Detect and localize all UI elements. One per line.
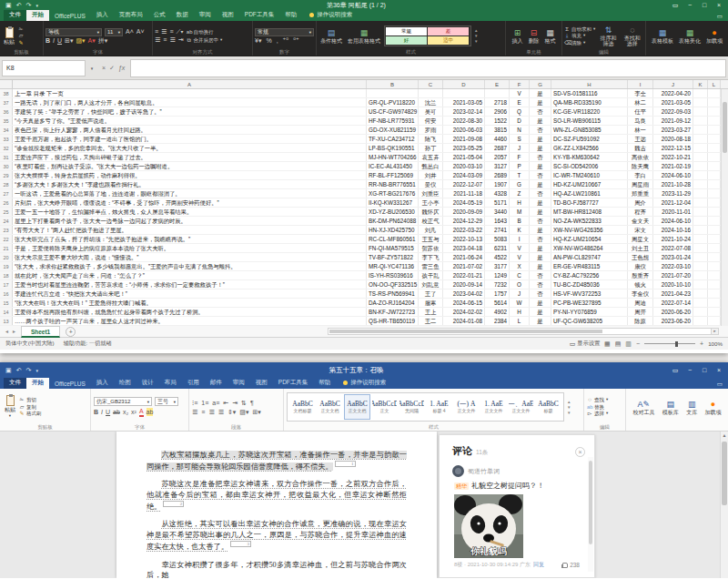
row-number[interactable]: 34 xyxy=(0,126,13,134)
ribbon-tab-数据[interactable]: 数据 xyxy=(171,10,194,21)
zoom-level[interactable]: 100% xyxy=(708,340,723,347)
cell[interactable] xyxy=(708,217,721,225)
row-number[interactable]: 29 xyxy=(0,171,13,179)
paste-button[interactable]: 粘贴▾ xyxy=(3,395,17,419)
cell[interactable]: 否 xyxy=(530,107,551,116)
cell[interactable]: 2024-06-15 xyxy=(443,299,485,307)
cell-style-chip[interactable]: 适中 xyxy=(428,36,469,45)
ribbon-tab-绘图[interactable]: 绘图 xyxy=(114,378,136,389)
table-row[interactable]: 18就在此时，张大夫闻声走了出来，问道：“怎么了？”IS-YH-RS039616… xyxy=(0,271,728,280)
ribbon-tab-插入[interactable]: 插入 xyxy=(91,378,114,389)
cell[interactable]: XW-NV-WG426356 xyxy=(551,226,628,234)
cell[interactable]: 是 xyxy=(530,162,551,170)
cell[interactable]: 宋文 xyxy=(628,226,653,234)
autosum-button[interactable]: Σ自动求和▾ xyxy=(564,26,595,33)
ribbon-tab-插入[interactable]: 插入 xyxy=(91,10,114,21)
view-normal-button[interactable]: ▦ xyxy=(604,340,611,348)
cell[interactable]: 3815 xyxy=(485,126,510,134)
font-size-select[interactable]: 三号▾ xyxy=(155,397,178,406)
column-header-E[interactable]: E xyxy=(485,80,510,88)
cell[interactable] xyxy=(708,226,721,234)
cell[interactable]: ON-OO-QF332515 xyxy=(367,280,419,289)
table-row[interactable]: 32“诊金就按老规矩来，多的您拿回去。”张大夫只收了一半。LP-BS-QK190… xyxy=(0,144,728,153)
cell[interactable]: 王爱连声应下，接过药包，又掏出碎银子递了过去。 xyxy=(13,153,367,161)
formula-input[interactable] xyxy=(130,59,726,77)
cell[interactable]: NO-ZA-WK522833 xyxy=(551,217,628,225)
column-header-D[interactable]: D xyxy=(443,80,485,88)
cell[interactable]: CY-BZ-AC792256 xyxy=(551,271,628,279)
cell[interactable]: 2022-12-15 xyxy=(653,144,693,152)
cell[interactable] xyxy=(693,280,708,289)
cell[interactable]: QS-HR-TB650119 xyxy=(367,317,419,325)
currency-icon[interactable]: ¥▾ xyxy=(255,37,261,45)
cell[interactable]: MJ-HN-WT704266 xyxy=(367,153,419,161)
undo-icon[interactable]: ↶ xyxy=(16,2,22,9)
cell[interactable]: 王爱一五一十地答了，生怕漏掉半点，烛火摇曳，众人屏息等着结果。 xyxy=(13,208,367,216)
table-row[interactable]: 28“多谢张大夫！多谢张大夫！”李建也跟着作揖行礼。RR-NB-BR776551… xyxy=(0,180,728,189)
phonetic-guide-icon[interactable]: 拼▾ xyxy=(98,37,108,45)
numbering-icon[interactable]: 1≡ xyxy=(201,399,208,407)
table-row[interactable]: 22张大夫听完点了点头，捋了捋胡须：“先把孩子抱进来，我瞧瞧再说。”RC-CL-… xyxy=(0,235,728,244)
sort-filter-button[interactable]: ⇅排序和筛选 xyxy=(597,25,619,46)
cell[interactable]: 1249 xyxy=(485,271,510,279)
cell[interactable]: 李建笑了笑：“举手之劳罢了，快些回吧，嫂子该等急了。” xyxy=(13,107,367,116)
comments-bubble-icon[interactable]: ▭ xyxy=(712,13,728,21)
highlight-icon[interactable]: ab xyxy=(147,408,154,416)
cell[interactable]: 否 xyxy=(530,290,551,298)
cell[interactable]: 是 xyxy=(530,117,551,125)
replace-button[interactable]: ab替换 xyxy=(587,404,622,411)
cell[interactable]: 王五与 xyxy=(419,235,443,243)
ribbon-tab-帮助[interactable]: 帮助 xyxy=(279,10,302,21)
cell[interactable]: H xyxy=(510,198,530,207)
cell[interactable]: 王二 xyxy=(419,317,443,325)
paste-button[interactable]: 粘贴 xyxy=(2,27,16,45)
cell[interactable]: “有劳大夫了！”两人赶忙把孩子抱进了里屋。 xyxy=(13,226,367,234)
cell[interactable]: J xyxy=(510,144,530,152)
comma-style-icon[interactable]: , xyxy=(277,37,278,45)
cell[interactable]: W xyxy=(510,299,530,307)
copy-button[interactable]: ▱ xyxy=(18,33,24,39)
cell[interactable]: KC-GE-VR118220 xyxy=(551,107,628,116)
ribbon-tab-PDF工具集[interactable]: PDF工具集 xyxy=(273,378,314,389)
style-chip-正文文档[interactable]: AaBbC正文文档 xyxy=(344,394,370,420)
style-chip-正文文件[interactable]: 1. AaE正文文件 xyxy=(480,394,507,420)
cell[interactable]: 2021-11-18 xyxy=(443,189,485,198)
cell[interactable]: 王爱当时也对着屋里连连鞠躬，苦苦哀求道：“小师傅，求求你们一定要救救孩子！” xyxy=(13,280,367,289)
cell[interactable]: 2021-03-05 xyxy=(653,98,693,107)
ribbon-tab-布局[interactable]: 布局 xyxy=(159,378,182,389)
cell[interactable] xyxy=(708,280,721,289)
grid-vertical-scrollbar[interactable] xyxy=(721,89,728,326)
cell[interactable]: 2023-11-29 xyxy=(653,189,693,198)
close-button[interactable]: × xyxy=(713,0,725,11)
addins-button[interactable]: ●加载项 xyxy=(704,28,724,44)
cell[interactable]: 2057 xyxy=(485,153,510,161)
cell[interactable]: 一听这话，王爱悬着的心总算落了地，连连道谢，眼眶都湿润了。 xyxy=(13,189,367,198)
table-row[interactable]: 36李建笑了笑：“举手之劳罢了，快些回吧，嫂子该等急了。”US-CF-GW974… xyxy=(0,107,728,117)
fill-color-icon[interactable]: ▨▾ xyxy=(76,37,85,45)
cell[interactable]: 顿火 xyxy=(628,280,653,289)
align-left-icon[interactable]: ☰ xyxy=(192,408,197,416)
like-count[interactable]: 238 xyxy=(562,562,580,568)
cell[interactable]: PC-PB-WE327895 xyxy=(551,299,628,307)
cell[interactable]: T xyxy=(510,171,530,179)
cell[interactable]: 2741 xyxy=(485,226,510,234)
cell[interactable] xyxy=(693,198,708,207)
cell[interactable]: 否 xyxy=(530,217,551,225)
cell[interactable]: 7232 xyxy=(485,280,510,289)
cell[interactable]: “多谢张大夫！多谢张大夫！”李建也跟着作揖行礼。 xyxy=(13,180,367,188)
cell[interactable] xyxy=(693,235,708,243)
align-right-icon[interactable]: ☰ xyxy=(208,408,214,416)
table-row[interactable]: 14王爱得本不想再跟他有所纠缠，就急急忙忙起身带着两个孩子先过了桥洞。BN-KF… xyxy=(0,308,728,317)
cell[interactable]: 2021-09-12 xyxy=(653,117,693,125)
ribbon-tab-OfficePLUS[interactable]: OfficePLUS xyxy=(49,380,91,389)
cell[interactable]: 2022-04-20 xyxy=(653,89,693,97)
italic-button[interactable]: I xyxy=(53,37,55,45)
cell[interactable]: P xyxy=(510,162,530,170)
cell[interactable]: 吴可 xyxy=(419,107,443,116)
table-row[interactable]: 15“张大夫在吗！张大夫在吗！” 王爱急得拉大嗓门喊着。DA-ZO-RJ1642… xyxy=(0,299,728,308)
cell[interactable]: 2023-06-20 xyxy=(653,317,693,325)
cell[interactable]: N xyxy=(510,126,530,134)
cell[interactable] xyxy=(693,98,708,107)
multilevel-list-icon[interactable]: a≡ xyxy=(212,399,219,407)
row-number[interactable]: 18 xyxy=(0,271,13,279)
